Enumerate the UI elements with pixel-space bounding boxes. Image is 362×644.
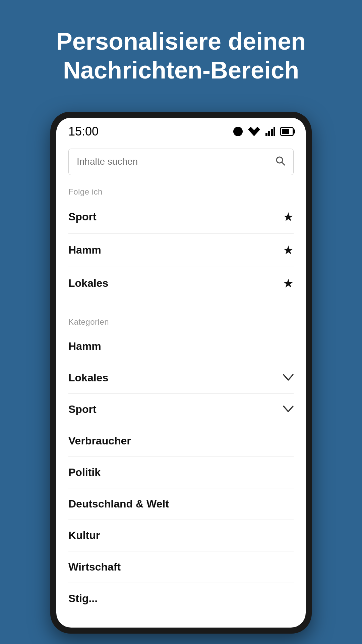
list-item[interactable]: Politik [68, 457, 294, 488]
list-item[interactable]: Lokales [68, 362, 294, 394]
svg-line-6 [282, 162, 285, 165]
svg-rect-4 [274, 127, 275, 136]
categories-section: Kategorien Hamm Lokales [68, 317, 294, 614]
followed-item-lokales: Lokales [68, 277, 108, 289]
screen-content: Folge ich Sport ★ Hamm ★ Lokales ★ [56, 142, 306, 628]
signal-icon [265, 127, 275, 136]
star-icon-sport[interactable]: ★ [283, 210, 294, 224]
svg-rect-3 [271, 129, 273, 136]
category-deutschland-welt: Deutschland & Welt [68, 498, 169, 510]
list-item[interactable]: Wirtschaft [68, 551, 294, 583]
list-item[interactable]: Hamm [68, 331, 294, 362]
category-verbraucher: Verbraucher [68, 435, 131, 447]
list-item[interactable]: Sport ★ [68, 201, 294, 234]
category-sport: Sport [68, 403, 97, 416]
svg-rect-2 [268, 131, 270, 136]
list-item[interactable]: Stig... [68, 583, 294, 614]
search-bar[interactable] [68, 149, 294, 175]
category-stig: Stig... [68, 592, 98, 605]
status-time: 15:00 [68, 124, 99, 139]
star-icon-hamm[interactable]: ★ [283, 243, 294, 257]
search-icon [275, 156, 285, 168]
status-icons [233, 127, 294, 136]
battery-icon [280, 127, 294, 136]
search-input[interactable] [77, 156, 275, 167]
category-hamm: Hamm [68, 340, 101, 353]
category-lokales: Lokales [68, 372, 108, 384]
followed-section: Folge ich Sport ★ Hamm ★ Lokales ★ [68, 187, 294, 300]
wifi-icon [248, 127, 260, 136]
phone-wrapper: 15:00 [0, 112, 362, 634]
status-bar: 15:00 [56, 118, 306, 142]
category-politik: Politik [68, 466, 101, 479]
followed-section-label: Folge ich [68, 187, 294, 197]
phone-outer: 15:00 [50, 112, 312, 634]
chevron-down-icon-lokales[interactable] [283, 372, 294, 383]
notification-icon [233, 127, 243, 136]
list-item[interactable]: Verbraucher [68, 425, 294, 457]
list-item[interactable]: Kultur [68, 520, 294, 551]
svg-marker-0 [248, 127, 260, 136]
chevron-down-icon-sport[interactable] [283, 404, 294, 415]
header-title: Personalisiere deinen Nachrichten-Bereic… [20, 27, 342, 85]
section-gap [68, 303, 294, 315]
list-item[interactable]: Lokales ★ [68, 267, 294, 300]
categories-section-label: Kategorien [68, 317, 294, 327]
svg-rect-1 [265, 133, 267, 136]
star-icon-lokales[interactable]: ★ [283, 276, 294, 290]
list-item[interactable]: Deutschland & Welt [68, 488, 294, 520]
phone-screen: 15:00 [56, 118, 306, 628]
list-item[interactable]: Hamm ★ [68, 234, 294, 267]
list-item[interactable]: Sport [68, 394, 294, 425]
followed-item-hamm: Hamm [68, 244, 101, 256]
category-kultur: Kultur [68, 529, 100, 542]
followed-item-sport: Sport [68, 211, 97, 223]
header-section: Personalisiere deinen Nachrichten-Bereic… [0, 0, 362, 105]
category-wirtschaft: Wirtschaft [68, 561, 121, 573]
